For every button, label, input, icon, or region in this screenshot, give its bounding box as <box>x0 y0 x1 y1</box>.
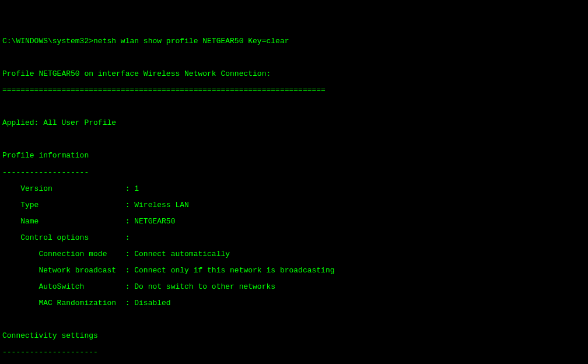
section-header-connectivity: Connectivity settings <box>2 332 586 340</box>
profile-connection-mode: Connection mode : Connect automatically <box>2 250 586 258</box>
profile-separator: ========================================… <box>2 86 586 94</box>
blank-line <box>2 135 586 144</box>
profile-type: Type : Wireless LAN <box>2 201 586 209</box>
profile-name: Name : NETGEAR50 <box>2 218 586 226</box>
profile-autoswitch: AutoSwitch : Do not switch to other netw… <box>2 283 586 291</box>
profile-header: Profile NETGEAR50 on interface Wireless … <box>2 70 586 78</box>
command-prompt-line: C:\WINDOWS\system32>netsh wlan show prof… <box>2 37 586 46</box>
applied-line: Applied: All User Profile <box>2 119 586 127</box>
blank-line <box>2 54 586 62</box>
profile-network-broadcast: Network broadcast : Connect only if this… <box>2 267 586 275</box>
profile-control-options: Control options : <box>2 234 586 242</box>
section-header-profile-info: Profile information <box>2 152 586 160</box>
profile-mac-randomization: MAC Randomization : Disabled <box>2 299 586 307</box>
section-divider: ------------------- <box>2 169 586 177</box>
profile-version: Version : 1 <box>2 185 586 193</box>
section-divider: --------------------- <box>2 348 586 356</box>
blank-line <box>2 103 586 111</box>
blank-line <box>2 316 586 324</box>
